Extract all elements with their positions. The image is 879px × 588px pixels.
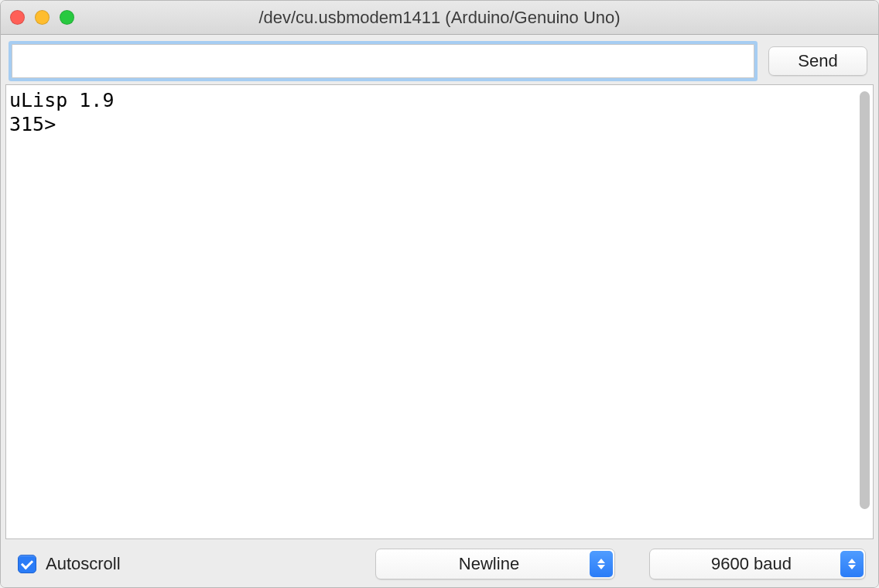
maximize-icon[interactable] xyxy=(60,10,74,25)
serial-input[interactable] xyxy=(12,44,754,78)
autoscroll-checkbox-wrap[interactable]: Autoscroll xyxy=(18,554,121,574)
serial-output-text: uLisp 1.9 315> xyxy=(6,85,873,140)
autoscroll-checkbox[interactable] xyxy=(18,555,36,573)
serial-output-area[interactable]: uLisp 1.9 315> xyxy=(5,84,874,539)
updown-arrows-icon xyxy=(840,551,864,577)
input-row: Send xyxy=(1,35,878,84)
autoscroll-label: Autoscroll xyxy=(46,554,121,574)
minimize-icon[interactable] xyxy=(35,10,50,25)
checkmark-icon xyxy=(21,556,33,569)
updown-arrows-icon xyxy=(590,551,613,577)
send-button[interactable]: Send xyxy=(768,46,867,76)
bottom-bar: Autoscroll Newline 9600 baud xyxy=(1,544,878,587)
baud-rate-value: 9600 baud xyxy=(664,554,865,574)
line-ending-value: Newline xyxy=(390,554,614,574)
baud-rate-select[interactable]: 9600 baud xyxy=(649,549,866,579)
close-icon[interactable] xyxy=(10,10,25,25)
line-ending-select[interactable]: Newline xyxy=(375,549,615,579)
scrollbar-thumb[interactable] xyxy=(860,91,870,509)
window-title: /dev/cu.usbmodem1411 (Arduino/Genuino Un… xyxy=(1,8,878,28)
titlebar: /dev/cu.usbmodem1411 (Arduino/Genuino Un… xyxy=(1,1,878,35)
traffic-lights xyxy=(10,10,74,25)
serial-monitor-window: /dev/cu.usbmodem1411 (Arduino/Genuino Un… xyxy=(0,0,879,588)
